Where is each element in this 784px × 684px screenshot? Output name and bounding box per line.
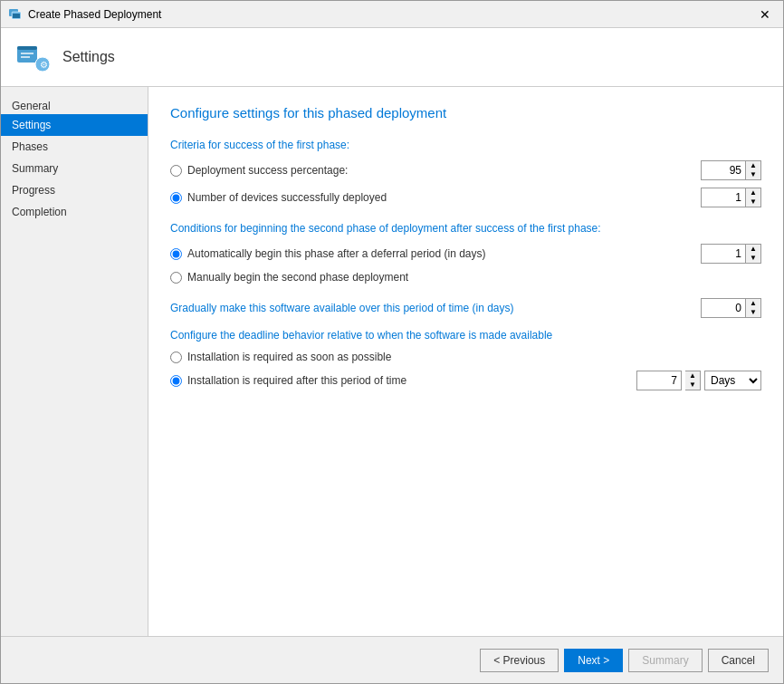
- manually-begin-label: Manually begin the second phase deployme…: [187, 271, 761, 284]
- install-after-radio[interactable]: [170, 375, 182, 387]
- devices-deployed-up[interactable]: ▲: [746, 188, 760, 197]
- conditions-label: Conditions for beginning the second phas…: [170, 222, 761, 235]
- auto-begin-label: Automatically begin this phase after a d…: [187, 247, 693, 260]
- window-icon: [8, 7, 23, 22]
- devices-deployed-input[interactable]: [701, 188, 746, 207]
- auto-begin-row: Automatically begin this phase after a d…: [170, 244, 761, 264]
- auto-begin-down[interactable]: ▼: [746, 254, 760, 263]
- title-bar-left: Create Phased Deployment: [8, 7, 161, 22]
- install-asap-radio[interactable]: [170, 352, 182, 363]
- install-after-up[interactable]: ▲: [685, 371, 700, 381]
- install-after-input[interactable]: [636, 371, 682, 390]
- devices-deployed-spin: ▲ ▼: [701, 188, 761, 207]
- devices-deployed-radio[interactable]: [170, 192, 182, 204]
- main-content: Configure settings for this phased deplo…: [148, 87, 783, 636]
- criteria-section: Criteria for success of the first phase:…: [170, 139, 761, 207]
- install-asap-row: Installation is required as soon as poss…: [170, 351, 761, 363]
- content-area: General Settings Phases Summary Progress…: [1, 87, 783, 636]
- sidebar-item-summary[interactable]: Summary: [1, 158, 148, 179]
- manually-begin-radio[interactable]: [170, 272, 182, 284]
- svg-rect-6: [21, 56, 30, 58]
- gradually-section: Gradually make this software available o…: [170, 298, 761, 318]
- deployment-success-radio[interactable]: [170, 165, 182, 177]
- criteria-label: Criteria for success of the first phase:: [170, 139, 761, 151]
- install-after-spin-dropdown: ▲ ▼ Days Hours Weeks: [636, 371, 761, 390]
- svg-rect-2: [13, 14, 20, 18]
- install-after-row: Installation is required after this peri…: [170, 371, 761, 390]
- deadline-label: Configure the deadline behavior relative…: [170, 329, 761, 342]
- auto-begin-input[interactable]: [701, 244, 746, 264]
- gradually-label: Gradually make this software available o…: [170, 302, 693, 314]
- svg-rect-4: [17, 46, 37, 50]
- header-title: Settings: [62, 49, 115, 65]
- install-after-label: Installation is required after this peri…: [187, 374, 629, 387]
- install-asap-label: Installation is required as soon as poss…: [187, 351, 761, 363]
- page-title: Configure settings for this phased deplo…: [170, 105, 761, 120]
- auto-begin-spin: ▲ ▼: [701, 244, 761, 264]
- install-after-down[interactable]: ▼: [685, 381, 700, 390]
- sidebar: General Settings Phases Summary Progress…: [1, 87, 148, 636]
- sidebar-item-phases[interactable]: Phases: [1, 136, 148, 158]
- cancel-button[interactable]: Cancel: [708, 649, 769, 672]
- conditions-section: Conditions for beginning the second phas…: [170, 222, 761, 284]
- deployment-success-spin-buttons: ▲ ▼: [746, 160, 761, 180]
- previous-button[interactable]: < Previous: [480, 649, 559, 672]
- gradually-spin: ▲ ▼: [701, 298, 761, 318]
- sidebar-general-label: General: [1, 94, 148, 114]
- auto-begin-up[interactable]: ▲: [746, 245, 760, 254]
- gradually-input[interactable]: [701, 298, 746, 318]
- title-bar: Create Phased Deployment ✕: [1, 1, 783, 28]
- devices-deployed-spin-buttons: ▲ ▼: [746, 188, 761, 207]
- devices-deployed-row: Number of devices successfully deployed …: [170, 188, 761, 207]
- main-window: Create Phased Deployment ✕ ⚙ Settings Ge…: [0, 0, 784, 684]
- gradually-spin-buttons: ▲ ▼: [746, 298, 761, 318]
- deployment-success-input[interactable]: [701, 160, 746, 180]
- sidebar-item-progress[interactable]: Progress: [1, 179, 148, 201]
- gradually-up[interactable]: ▲: [746, 299, 760, 308]
- install-after-unit-select[interactable]: Days Hours Weeks: [704, 371, 761, 390]
- deployment-success-down[interactable]: ▼: [746, 170, 760, 179]
- footer: < Previous Next > Summary Cancel: [1, 636, 783, 683]
- window-title: Create Phased Deployment: [28, 8, 161, 21]
- deployment-success-spin: ▲ ▼: [701, 160, 761, 180]
- manually-begin-row: Manually begin the second phase deployme…: [170, 271, 761, 284]
- install-after-spin-buttons: ▲ ▼: [685, 371, 701, 390]
- summary-button[interactable]: Summary: [628, 649, 702, 672]
- header-section: ⚙ Settings: [1, 28, 783, 87]
- sidebar-item-completion[interactable]: Completion: [1, 201, 148, 223]
- auto-begin-spin-buttons: ▲ ▼: [746, 244, 761, 264]
- deployment-success-row: Deployment success percentage: ▲ ▼: [170, 160, 761, 180]
- svg-rect-5: [21, 53, 33, 54]
- close-button[interactable]: ✕: [754, 5, 776, 24]
- sidebar-item-settings[interactable]: Settings: [1, 114, 148, 136]
- deployment-success-up[interactable]: ▲: [746, 161, 760, 170]
- auto-begin-radio[interactable]: [170, 248, 182, 260]
- devices-deployed-label: Number of devices successfully deployed: [187, 191, 693, 204]
- gradually-down[interactable]: ▼: [746, 308, 760, 317]
- devices-deployed-down[interactable]: ▼: [746, 197, 760, 207]
- deadline-section: Configure the deadline behavior relative…: [170, 329, 761, 390]
- next-button[interactable]: Next >: [564, 649, 623, 672]
- svg-text:⚙: ⚙: [40, 60, 48, 70]
- deployment-success-label: Deployment success percentage:: [187, 164, 693, 177]
- header-icon: ⚙: [15, 39, 52, 75]
